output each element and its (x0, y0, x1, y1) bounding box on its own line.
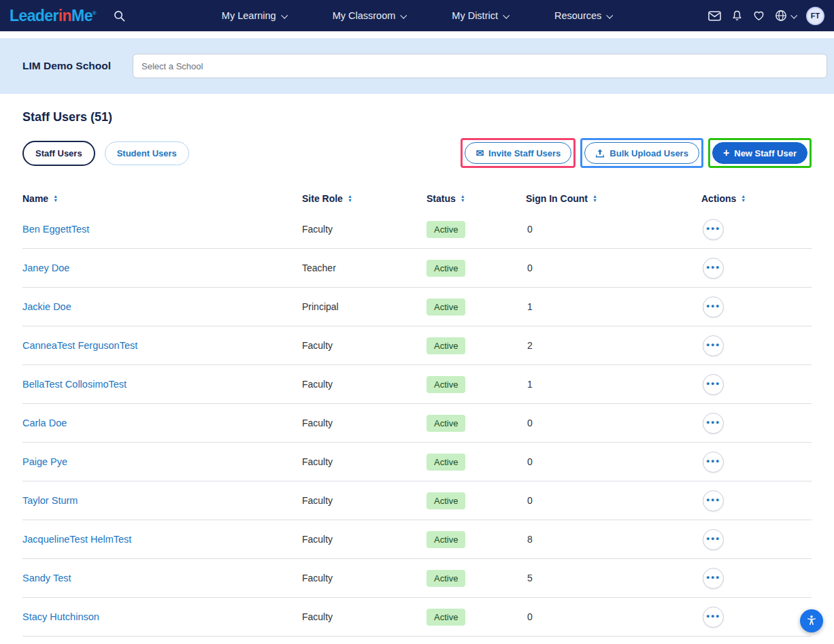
row-actions-menu-button[interactable]: ●●● (703, 413, 724, 434)
status-badge: Active (427, 299, 465, 316)
table-row: Tracey Holland Faculty Active 0 ●●● (22, 637, 812, 644)
sort-icon[interactable]: ▲▼ (53, 194, 58, 203)
school-name: LIM Demo School (22, 60, 111, 72)
site-role-cell: Faculty (302, 573, 427, 583)
header-status[interactable]: Status ▲▼ (427, 193, 526, 204)
school-selector-bar: LIM Demo School (0, 38, 834, 94)
site-role-cell: Faculty (302, 224, 427, 235)
table-row: CanneaTest FergusonTest Faculty Active 2… (22, 326, 812, 365)
chevron-down-icon (281, 12, 288, 18)
main-content: Staff Users (51) Staff Users Student Use… (0, 110, 834, 644)
sign-in-count-cell: 1 (526, 301, 701, 312)
name-cell: Stacy Hutchinson (22, 611, 302, 623)
table-body: Ben EggettTest Faculty Active 0 ●●● Jane… (22, 210, 812, 644)
header-sign-in-count[interactable]: Sign In Count ▲▼ (526, 193, 701, 204)
chevron-down-icon (790, 12, 797, 18)
header-actions[interactable]: Actions ▲▼ (701, 193, 812, 204)
user-name-link[interactable]: Paige Pye (22, 456, 67, 467)
search-icon[interactable] (114, 10, 125, 22)
status-badge: Active (427, 221, 465, 238)
divider (0, 31, 834, 38)
new-staff-user-button[interactable]: + New Staff User (712, 142, 807, 164)
user-name-link[interactable]: JacquelineTest HelmTest (22, 534, 131, 545)
status-badge: Active (427, 260, 465, 277)
site-role-cell: Faculty (302, 340, 427, 351)
row-actions-menu-button[interactable]: ●●● (703, 452, 724, 473)
row-actions-menu-button[interactable]: ●●● (703, 296, 724, 318)
nav-label: My District (452, 10, 498, 21)
nav-my-classroom[interactable]: My Classroom (333, 10, 406, 21)
sort-icon[interactable]: ▲▼ (741, 194, 746, 203)
language-selector[interactable] (775, 10, 796, 22)
select-school-input[interactable] (133, 54, 827, 78)
table-row: Taylor Sturm Faculty Active 0 ●●● (22, 481, 812, 520)
user-name-link[interactable]: Taylor Sturm (22, 495, 78, 506)
messages-envelope-icon[interactable] (708, 11, 721, 21)
tab-staff-users[interactable]: Staff Users (22, 141, 95, 166)
table-row: Paige Pye Faculty Active 0 ●●● (22, 443, 812, 481)
favorites-heart-icon[interactable] (753, 10, 765, 21)
actions-cell: ●●● (701, 413, 812, 434)
status-cell: Active (427, 299, 526, 316)
status-badge: Active (427, 531, 465, 548)
row-actions-menu-button[interactable]: ●●● (703, 219, 724, 240)
name-cell: Paige Pye (22, 456, 302, 468)
plus-icon: + (723, 148, 729, 158)
name-cell: BellaTest CollosimoTest (22, 378, 302, 390)
sort-icon[interactable]: ▲▼ (348, 194, 352, 203)
chevron-down-icon (401, 12, 407, 18)
sign-in-count-cell: 0 (526, 611, 701, 622)
site-role-cell: Teacher (302, 262, 427, 273)
sort-icon[interactable]: ▲▼ (461, 194, 465, 203)
accessibility-widget-button[interactable] (800, 609, 823, 632)
status-badge: Active (427, 415, 465, 432)
sort-icon[interactable]: ▲▼ (593, 194, 597, 203)
table-row: Janey Doe Teacher Active 0 ●●● (22, 249, 812, 288)
row-actions-menu-button[interactable]: ●●● (703, 374, 724, 395)
name-cell: CanneaTest FergusonTest (22, 339, 302, 352)
header-site-role[interactable]: Site Role ▲▼ (302, 193, 427, 204)
row-actions-menu-button[interactable]: ●●● (703, 568, 724, 589)
actions-cell: ●●● (701, 258, 812, 279)
table-row: Jackie Doe Principal Active 1 ●●● (22, 288, 812, 326)
leaderinme-logo[interactable]: LeaderinMe® (10, 7, 96, 25)
chevron-down-icon (607, 12, 614, 18)
nav-my-learning[interactable]: My Learning (222, 10, 286, 21)
invite-staff-users-button[interactable]: ✉ Invite Staff Users (465, 142, 571, 164)
row-actions-menu-button[interactable]: ●●● (703, 529, 724, 550)
row-actions-menu-button[interactable]: ●●● (703, 607, 724, 628)
button-label: Invite Staff Users (488, 148, 561, 158)
bulk-upload-users-button[interactable]: Bulk Upload Users (584, 142, 699, 164)
user-name-link[interactable]: Jackie Doe (22, 301, 71, 312)
status-cell: Active (427, 570, 526, 587)
tab-student-users[interactable]: Student Users (105, 141, 189, 165)
user-avatar[interactable]: FT (806, 7, 824, 25)
user-name-link[interactable]: Stacy Hutchinson (22, 611, 99, 622)
table-row: Stacy Hutchinson Faculty Active 0 ●●● (22, 598, 812, 637)
nav-resources[interactable]: Resources (554, 10, 612, 21)
user-name-link[interactable]: Ben EggettTest (22, 224, 89, 235)
navbar-right-icons: FT (708, 7, 824, 25)
user-name-link[interactable]: Janey Doe (22, 262, 69, 273)
globe-icon (775, 10, 787, 22)
logo-part-in: in (59, 7, 71, 24)
status-cell: Active (427, 531, 526, 548)
user-name-link[interactable]: CanneaTest FergusonTest (22, 340, 137, 351)
user-name-link[interactable]: Carla Doe (22, 418, 67, 428)
status-cell: Active (427, 221, 526, 238)
nav-my-district[interactable]: My District (452, 10, 508, 21)
status-cell: Active (427, 337, 526, 354)
row-actions-menu-button[interactable]: ●●● (703, 335, 724, 356)
user-name-link[interactable]: BellaTest CollosimoTest (22, 379, 127, 390)
notifications-bell-icon[interactable] (731, 10, 743, 22)
page-title: Staff Users (51) (22, 110, 812, 124)
row-actions-menu-button[interactable]: ●●● (703, 490, 724, 511)
user-name-link[interactable]: Sandy Test (22, 573, 71, 583)
header-name[interactable]: Name ▲▼ (22, 193, 302, 204)
row-actions-menu-button[interactable]: ●●● (703, 258, 724, 279)
site-role-cell: Faculty (302, 495, 427, 506)
toolbar: Staff Users Student Users ✉ Invite Staff… (22, 138, 812, 168)
status-badge: Active (427, 609, 465, 626)
status-badge: Active (427, 337, 465, 354)
sign-in-count-cell: 0 (526, 495, 701, 506)
